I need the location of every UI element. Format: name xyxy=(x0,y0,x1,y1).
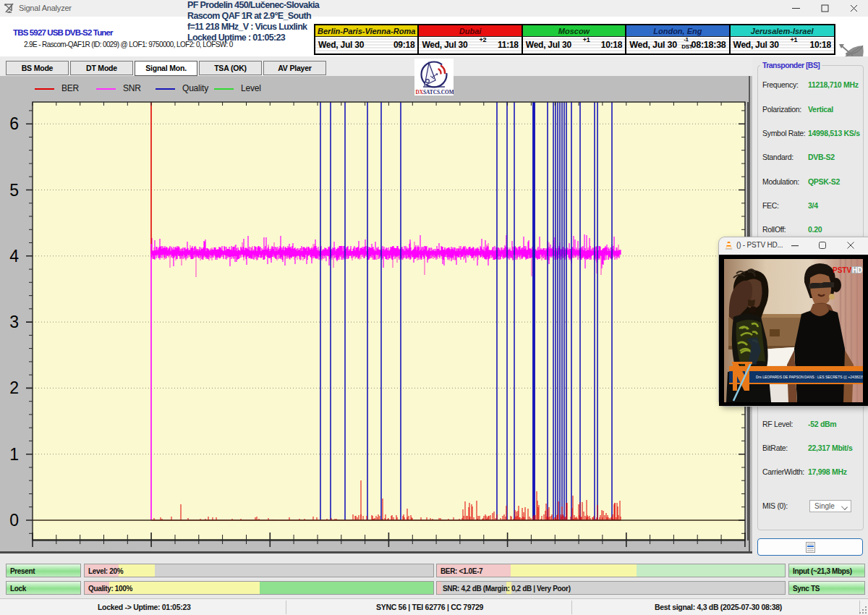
svg-text:1: 1 xyxy=(9,445,19,464)
svg-text:DANS : LES SECRETS ((( +243823: DANS : LES SECRETS ((( +24382357024T xyxy=(804,375,868,379)
svg-text:5: 5 xyxy=(9,181,19,200)
svg-text:4: 4 xyxy=(9,247,19,266)
svg-text:0: 0 xyxy=(9,511,19,530)
svg-text:HD: HD xyxy=(852,266,862,274)
svg-text:6: 6 xyxy=(9,114,19,133)
svg-text:3: 3 xyxy=(9,313,19,331)
svg-text:Drs LEOPARDS DE PAPSON: Drs LEOPARDS DE PAPSON xyxy=(756,375,804,379)
svg-text:PSTV: PSTV xyxy=(833,266,851,274)
svg-text:DXSATCS.COM: DXSATCS.COM xyxy=(416,89,454,96)
svg-text:2: 2 xyxy=(9,378,19,397)
